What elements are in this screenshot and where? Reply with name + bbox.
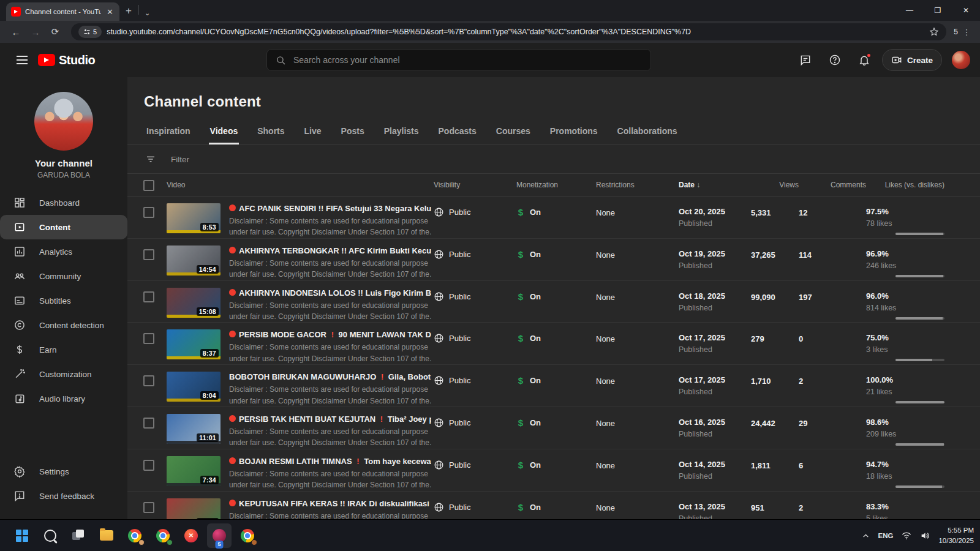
minimize-button[interactable]: — <box>895 0 924 21</box>
chrome-profile1-button[interactable] <box>123 523 147 548</box>
tab-live[interactable]: Live <box>295 119 331 144</box>
url-text[interactable]: studio.youtube.com/channel/UCYOovNgDscME… <box>107 28 924 36</box>
video-thumbnail[interactable]: 8:53 <box>167 203 221 233</box>
sidebar-item-analytics[interactable]: Analytics <box>0 239 127 264</box>
row-checkbox[interactable] <box>143 207 154 218</box>
row-checkbox[interactable] <box>143 375 154 386</box>
video-title[interactable]: AKHIRNYA INDONESIA LOLOS !! Luis Figo Ki… <box>229 288 431 298</box>
tray-chevron-icon[interactable] <box>862 532 870 540</box>
video-row[interactable]: 8:53 AFC PANIK SENDIRI !! FIFA Setujui 3… <box>127 197 980 239</box>
site-info-pill[interactable]: 5 <box>78 26 102 38</box>
video-row[interactable]: 8:37 PERSIB MODE GACOR ! 90 MENIT LAWAN … <box>127 323 980 365</box>
video-title[interactable]: PERSIB MODE GACOR ! 90 MENIT LAWAN TAK D… <box>229 330 431 339</box>
sidebar-item-subtitles[interactable]: Subtitles <box>0 288 127 313</box>
tab-courses[interactable]: Courses <box>486 119 540 144</box>
monetization-cell[interactable]: $ On <box>516 329 596 343</box>
video-row[interactable]: 11:01 PERSIB TAK HENTI BUAT KEJUTAN ! Ti… <box>127 407 980 449</box>
tab-podcasts[interactable]: Podcasts <box>429 119 486 144</box>
video-thumbnail[interactable]: 14:54 <box>167 246 221 276</box>
create-button[interactable]: Create <box>882 49 942 71</box>
select-all-checkbox[interactable] <box>143 180 154 191</box>
monetization-cell[interactable]: $ On <box>516 203 596 217</box>
feedback-icon[interactable] <box>794 48 817 72</box>
visibility-cell[interactable]: Public <box>434 329 516 343</box>
tab-posts[interactable]: Posts <box>331 119 374 144</box>
notifications-bell-icon[interactable] <box>853 48 876 72</box>
file-explorer-button[interactable] <box>94 523 119 548</box>
tab-list-chevron-icon[interactable]: ⌄ <box>145 9 150 17</box>
tab-close-icon[interactable]: ✕ <box>105 7 115 17</box>
back-icon[interactable]: ← <box>7 23 24 40</box>
row-checkbox[interactable] <box>143 460 154 471</box>
video-thumbnail[interactable]: 8:37 <box>167 329 221 359</box>
sidebar-item-customization[interactable]: Customization <box>0 362 127 386</box>
browser-menu-icon[interactable]: ⋮ <box>960 28 973 37</box>
row-checkbox[interactable] <box>143 249 154 260</box>
row-checkbox[interactable] <box>143 418 154 429</box>
sidebar-item-earn[interactable]: Earn <box>0 337 127 362</box>
video-title[interactable]: KEPUTUSAN FIFA KERAS !! IRAK Di diskuali… <box>229 499 431 508</box>
visibility-cell[interactable]: Public <box>434 414 516 428</box>
taskbar-clock[interactable]: 5:55 PM 10/30/2025 <box>938 525 974 547</box>
new-tab-button[interactable]: + <box>126 5 132 17</box>
bookmark-star-icon[interactable] <box>929 27 939 37</box>
reload-icon[interactable]: ⟳ <box>47 23 64 40</box>
tab-inspiration[interactable]: Inspiration <box>137 119 200 144</box>
video-row[interactable]: 15:08 AKHIRNYA INDONESIA LOLOS !! Luis F… <box>127 281 980 323</box>
video-title[interactable]: BOBOTOH BIRUKAN MAGUWUHARJO ! Gila, Bobo… <box>229 372 431 381</box>
channel-avatar[interactable] <box>34 92 93 151</box>
video-title[interactable]: AKHIRNYA TERBONGKAR !! AFC Kirim Bukti K… <box>229 246 431 255</box>
chrome-profile2-button[interactable] <box>151 523 175 548</box>
sidebar-item-content-detection[interactable]: Content detection <box>0 313 127 337</box>
video-title[interactable]: BOJAN RESMI LATIH TIMNAS ! Tom haye kece… <box>229 457 431 466</box>
header-date[interactable]: Date ↓ <box>679 181 751 189</box>
active-browser-button[interactable]: 5 <box>207 523 232 548</box>
monetization-cell[interactable]: $ On <box>516 246 596 260</box>
video-title[interactable]: AFC PANIK SENDIRI !! FIFA Setujui 33 Neg… <box>229 204 431 213</box>
visibility-cell[interactable]: Public <box>434 456 516 470</box>
row-checkbox[interactable] <box>143 333 154 344</box>
visibility-cell[interactable]: Public <box>434 288 516 302</box>
video-row[interactable]: 8:04 BOBOTOH BIRUKAN MAGUWUHARJO ! Gila,… <box>127 365 980 407</box>
tab-collaborations[interactable]: Collaborations <box>608 119 687 144</box>
sidebar-item-send-feedback[interactable]: Send feedback <box>0 484 127 508</box>
video-thumbnail[interactable]: 7:34 <box>167 456 221 486</box>
filter-label[interactable]: Filter <box>171 155 189 164</box>
hamburger-menu-icon[interactable] <box>10 48 34 72</box>
monetization-cell[interactable]: $ On <box>516 414 596 428</box>
extensions-badge[interactable]: 5 <box>954 28 958 36</box>
video-thumbnail[interactable]: 11:01 <box>167 414 221 444</box>
sidebar-item-community[interactable]: Community <box>0 264 127 288</box>
taskbar-search-button[interactable] <box>38 523 62 548</box>
video-thumbnail[interactable]: 15:06 <box>167 498 221 519</box>
visibility-cell[interactable]: Public <box>434 203 516 217</box>
maximize-button[interactable]: ❐ <box>924 0 952 21</box>
tab-shorts[interactable]: Shorts <box>247 119 294 144</box>
video-thumbnail[interactable]: 15:08 <box>167 288 221 318</box>
tab-playlists[interactable]: Playlists <box>374 119 429 144</box>
video-row[interactable]: 15:06 KEPUTUSAN FIFA KERAS !! IRAK Di di… <box>127 492 980 519</box>
video-row[interactable]: 7:34 BOJAN RESMI LATIH TIMNAS ! Tom haye… <box>127 449 980 492</box>
language-indicator[interactable]: ENG <box>878 532 894 539</box>
visibility-cell[interactable]: Public <box>434 246 516 260</box>
monetization-cell[interactable]: $ On <box>516 456 596 470</box>
tab-videos[interactable]: Videos <box>200 119 248 144</box>
tab-promotions[interactable]: Promotions <box>540 119 608 144</box>
sidebar-item-content[interactable]: Content <box>0 215 127 239</box>
help-icon[interactable] <box>823 48 846 72</box>
sidebar-item-audio-library[interactable]: Audio library <box>0 386 127 411</box>
channel-search-box[interactable] <box>266 49 651 71</box>
wifi-icon[interactable] <box>902 531 911 540</box>
app-x-button[interactable]: ✕ <box>179 523 203 548</box>
sidebar-item-dashboard[interactable]: Dashboard <box>0 190 127 215</box>
monetization-cell[interactable]: $ On <box>516 372 596 386</box>
monetization-cell[interactable]: $ On <box>516 288 596 302</box>
address-bar[interactable]: 5 studio.youtube.com/channel/UCYOovNgDsc… <box>71 23 946 40</box>
browser-tab[interactable]: Channel content - YouTube Stu ✕ <box>6 2 119 21</box>
account-avatar[interactable] <box>952 51 970 69</box>
visibility-cell[interactable]: Public <box>434 372 516 386</box>
search-input[interactable] <box>293 55 642 65</box>
sidebar-item-settings[interactable]: Settings <box>0 459 127 484</box>
row-checkbox[interactable] <box>143 291 154 302</box>
studio-logo[interactable]: Studio <box>38 53 124 67</box>
